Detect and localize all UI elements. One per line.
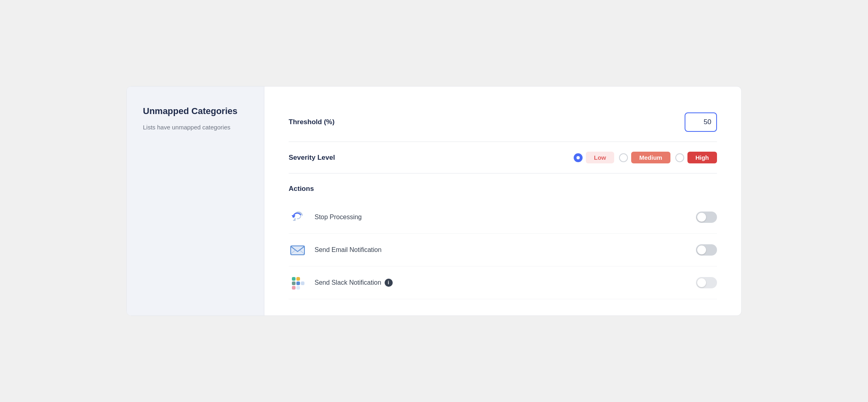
action-row-stop-processing: Stop Processing <box>289 201 717 234</box>
sidebar-title: Unmapped Categories <box>143 106 248 116</box>
send-email-toggle-track <box>696 244 717 256</box>
severity-label: Severity Level <box>289 154 335 162</box>
threshold-row: Threshold (%) <box>289 103 717 142</box>
actions-section: Actions Stop Processing <box>289 173 717 299</box>
radio-medium[interactable] <box>619 153 628 162</box>
stop-processing-icon <box>289 208 306 226</box>
svg-rect-7 <box>292 286 296 290</box>
radio-low[interactable] <box>574 153 583 162</box>
send-slack-label: Send Slack Notification i <box>315 279 696 287</box>
send-email-toggle-thumb <box>697 245 706 254</box>
stop-processing-toggle[interactable] <box>696 212 717 223</box>
sidebar-description: Lists have unmapped categories <box>143 123 248 132</box>
svg-rect-2 <box>292 277 296 281</box>
severity-badge-high[interactable]: High <box>687 152 717 163</box>
svg-rect-8 <box>296 281 300 285</box>
send-email-toggle[interactable] <box>696 244 717 256</box>
severity-option-low[interactable]: Low <box>574 152 614 163</box>
severity-badge-medium[interactable]: Medium <box>631 152 670 163</box>
email-icon <box>289 241 306 259</box>
action-row-send-slack: Send Slack Notification i <box>289 267 717 299</box>
radio-high[interactable] <box>675 153 684 162</box>
send-slack-toggle-track <box>696 277 717 288</box>
slack-info-icon[interactable]: i <box>385 279 393 287</box>
action-row-send-email: Send Email Notification <box>289 234 717 267</box>
send-slack-toggle[interactable] <box>696 277 717 288</box>
stop-processing-toggle-thumb <box>697 213 706 222</box>
svg-rect-10 <box>296 286 300 290</box>
severity-option-high[interactable]: High <box>675 152 717 163</box>
stop-processing-label: Stop Processing <box>315 214 696 221</box>
svg-rect-9 <box>301 281 304 285</box>
actions-title: Actions <box>289 185 717 193</box>
severity-option-medium[interactable]: Medium <box>619 152 670 163</box>
main-card: Unmapped Categories Lists have unmapped … <box>126 86 742 316</box>
threshold-label: Threshold (%) <box>289 118 334 126</box>
severity-row: Severity Level Low Medium High <box>289 142 717 173</box>
threshold-input[interactable] <box>685 112 717 132</box>
slack-icon <box>289 274 306 292</box>
severity-controls: Low Medium High <box>574 152 717 163</box>
send-email-label: Send Email Notification <box>315 246 696 254</box>
svg-rect-6 <box>292 281 296 285</box>
sidebar: Unmapped Categories Lists have unmapped … <box>127 87 264 315</box>
severity-badge-low[interactable]: Low <box>586 152 614 163</box>
svg-rect-4 <box>296 277 300 281</box>
main-content: Threshold (%) Severity Level Low Medium <box>264 87 741 315</box>
stop-processing-toggle-track <box>696 212 717 223</box>
send-slack-toggle-thumb <box>697 278 706 287</box>
